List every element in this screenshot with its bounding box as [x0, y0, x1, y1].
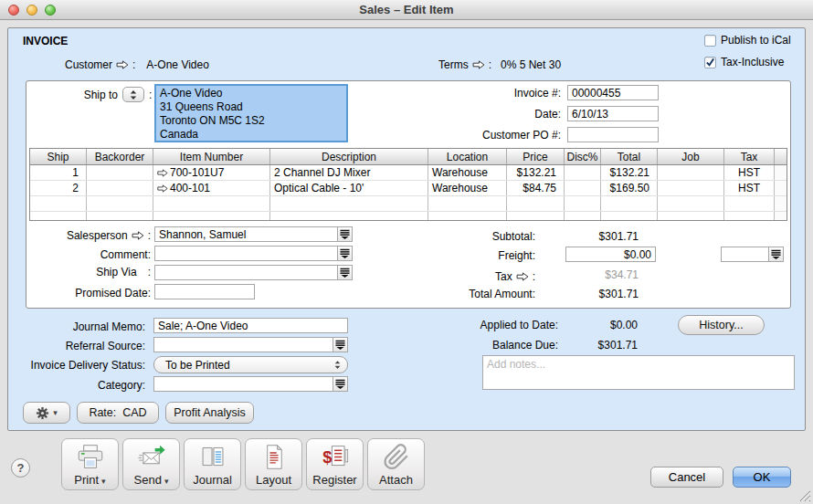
- gear-menu-button[interactable]: ▾: [23, 402, 70, 424]
- cell-price[interactable]: $132.21: [507, 165, 565, 180]
- journal-label: Journal: [193, 473, 232, 487]
- empty-cell: [658, 196, 724, 211]
- journal-memo-input[interactable]: [153, 318, 348, 333]
- cell-job[interactable]: [658, 165, 724, 180]
- ship-to-row: Ship to :: [54, 87, 152, 102]
- profit-analysis-button[interactable]: Profit Analysis: [165, 402, 254, 424]
- zoom-window-icon[interactable]: [45, 5, 56, 16]
- cancel-button[interactable]: Cancel: [650, 467, 723, 488]
- cell-location[interactable]: Warehouse: [428, 181, 507, 195]
- freight-tax-input[interactable]: [721, 247, 768, 262]
- col-description[interactable]: Description: [270, 149, 428, 164]
- freight-tax-list-button[interactable]: [768, 247, 784, 262]
- customer-po-input[interactable]: [567, 127, 659, 142]
- notes-textarea[interactable]: [482, 355, 795, 390]
- table-scrollbar[interactable]: [775, 212, 786, 221]
- help-button[interactable]: ?: [11, 458, 30, 478]
- tax-zoom-arrow-icon[interactable]: [516, 268, 529, 285]
- cell-item-number[interactable]: 700-101U7: [153, 165, 270, 180]
- balance-due-value: $301.71: [558, 339, 638, 352]
- col-location[interactable]: Location: [428, 149, 507, 164]
- empty-cell: [565, 196, 601, 211]
- col-scrollbar-spacer: [775, 149, 786, 164]
- col-total[interactable]: Total: [601, 149, 658, 164]
- invoice-number-input[interactable]: [567, 85, 659, 100]
- ship-to-address[interactable]: A-One Video 31 Queens Road Toronto ON M5…: [154, 84, 348, 142]
- col-tax[interactable]: Tax: [724, 149, 775, 164]
- cell-ship[interactable]: 1: [30, 165, 87, 180]
- cell-backorder[interactable]: [87, 181, 153, 195]
- cell-description[interactable]: Optical Cable - 10': [270, 181, 428, 195]
- salesperson-input[interactable]: [154, 226, 337, 242]
- send-label: Send: [134, 473, 162, 487]
- comment-input[interactable]: [154, 246, 337, 261]
- svg-text:$: $: [322, 447, 332, 467]
- cell-total[interactable]: $132.21: [601, 165, 658, 180]
- delivery-status-select[interactable]: To be Printed: [153, 356, 348, 373]
- col-item-number[interactable]: Item Number: [153, 149, 270, 164]
- cell-item-number[interactable]: 400-101: [153, 181, 270, 195]
- empty-cell: [658, 212, 724, 221]
- cell-ship[interactable]: 2: [30, 181, 87, 195]
- cell-price[interactable]: $84.75: [507, 181, 565, 195]
- tax-inclusive-checkbox[interactable]: [704, 57, 716, 68]
- empty-cell: [30, 196, 87, 211]
- referral-list-button[interactable]: [333, 337, 348, 352]
- register-label: Register: [312, 473, 356, 487]
- send-button[interactable]: Send▾: [122, 438, 180, 490]
- comment-list-button[interactable]: [337, 246, 353, 261]
- cell-backorder[interactable]: [87, 165, 153, 180]
- item-zoom-arrow-icon[interactable]: [157, 169, 168, 177]
- table-scrollbar[interactable]: [775, 181, 786, 195]
- paperclip-icon: [383, 443, 410, 471]
- promised-date-input[interactable]: [154, 284, 255, 299]
- salesperson-zoom-arrow-icon[interactable]: [132, 227, 144, 244]
- cell-tax[interactable]: HST: [724, 165, 775, 180]
- col-job[interactable]: Job: [658, 149, 724, 164]
- rate-button[interactable]: Rate: CAD: [77, 402, 159, 424]
- table-scrollbar[interactable]: [775, 165, 786, 180]
- salesperson-list-button[interactable]: [337, 226, 353, 242]
- col-backorder[interactable]: Backorder: [87, 149, 153, 164]
- empty-cell: [724, 212, 775, 221]
- comment-combo: [154, 246, 353, 261]
- col-disc[interactable]: Disc%: [565, 149, 601, 164]
- customer-row: Customer : A-One Video: [65, 57, 209, 73]
- referral-source-input[interactable]: [153, 337, 333, 352]
- cell-location[interactable]: Warehouse: [428, 165, 507, 180]
- terms-zoom-arrow-icon[interactable]: [472, 57, 485, 73]
- minimize-window-icon[interactable]: [26, 5, 37, 16]
- title-bar[interactable]: Sales – Edit Item: [0, 0, 813, 20]
- ok-button[interactable]: OK: [733, 467, 791, 488]
- journal-button[interactable]: Journal: [184, 438, 241, 490]
- category-list-button[interactable]: [333, 376, 348, 392]
- resize-grip[interactable]: [797, 488, 811, 502]
- print-button[interactable]: Print▾: [61, 438, 119, 490]
- cell-disc[interactable]: [565, 181, 601, 195]
- layout-button[interactable]: Layout: [245, 438, 302, 490]
- total-amount-label: Total Amount:: [374, 288, 535, 300]
- ship-via-input[interactable]: [154, 265, 337, 280]
- cell-disc[interactable]: [565, 165, 601, 180]
- item-zoom-arrow-icon[interactable]: [157, 184, 168, 193]
- cell-tax[interactable]: HST: [724, 181, 775, 195]
- publish-to-ical-checkbox[interactable]: [704, 35, 716, 47]
- ship-via-list-button[interactable]: [337, 265, 353, 280]
- close-window-icon[interactable]: [8, 5, 19, 16]
- attach-button[interactable]: Attach: [367, 438, 425, 490]
- freight-input[interactable]: [565, 247, 656, 262]
- tax-inclusive-option: Tax-Inclusive: [704, 56, 784, 68]
- cell-job[interactable]: [658, 181, 724, 195]
- register-button[interactable]: $ Register: [306, 438, 364, 490]
- line-item-row-2: 2 400-101 Optical Cable - 10' Warehouse …: [30, 181, 787, 196]
- table-scrollbar[interactable]: [775, 196, 786, 211]
- date-input[interactable]: [567, 106, 659, 121]
- col-price[interactable]: Price: [507, 149, 565, 164]
- cell-description[interactable]: 2 Channel DJ Mixer: [270, 165, 428, 180]
- customer-zoom-arrow-icon[interactable]: [116, 57, 129, 73]
- col-ship[interactable]: Ship: [30, 149, 87, 164]
- ship-to-stepper[interactable]: [122, 87, 144, 102]
- category-input[interactable]: [153, 376, 333, 392]
- history-button[interactable]: History...: [678, 315, 765, 335]
- cell-total[interactable]: $169.50: [601, 181, 658, 195]
